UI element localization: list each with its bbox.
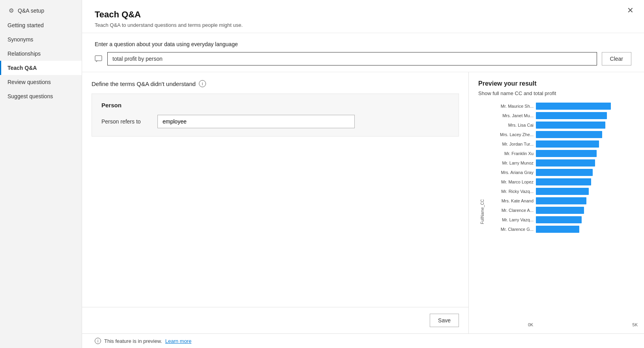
y-axis-label-container: FullName_CC bbox=[478, 103, 486, 321]
sidebar-item-getting-started[interactable]: Getting started bbox=[0, 18, 82, 32]
sidebar-item-suggest-questions[interactable]: Suggest questions bbox=[0, 89, 82, 103]
chart-row: Mr. Ricky Vazq... bbox=[486, 188, 638, 195]
chart-bar-label: Mr. Franklin Xu bbox=[486, 151, 534, 156]
define-title: Define the terms Q&A didn't understand bbox=[92, 80, 196, 87]
chart-row: Mr. Clarence G... bbox=[486, 226, 638, 233]
x-axis-end: 5K bbox=[633, 322, 638, 327]
chart-bar-label: Mr. Jordan Tur... bbox=[486, 142, 534, 146]
content-panels: Define the terms Q&A didn't understand i… bbox=[82, 72, 644, 333]
question-input-wrapper bbox=[107, 52, 597, 65]
clear-button[interactable]: Clear bbox=[602, 52, 631, 65]
chart-bar-label: Mrs. Ariana Gray bbox=[486, 170, 534, 175]
define-section-header: Define the terms Q&A didn't understand i bbox=[82, 72, 468, 94]
footer-info-icon: i bbox=[95, 338, 101, 344]
chart-row: Mrs. Ariana Gray bbox=[486, 169, 638, 176]
sidebar-item-synonyms[interactable]: Synonyms bbox=[0, 32, 82, 47]
app-footer: i This feature is in preview. Learn more bbox=[82, 333, 644, 348]
sidebar-item-teach-qa[interactable]: Teach Q&A bbox=[0, 61, 82, 75]
chart-bar bbox=[536, 178, 591, 185]
chart-bar bbox=[536, 140, 599, 148]
chart-bar bbox=[536, 216, 582, 223]
preview-title: Preview your result bbox=[478, 80, 638, 87]
preview-subtitle: Show full name CC and total profit bbox=[478, 90, 638, 96]
sidebar-item-qa-setup[interactable]: ⚙ Q&A setup bbox=[0, 3, 82, 18]
left-panel: Define the terms Q&A didn't understand i… bbox=[82, 72, 469, 333]
chart-wrapper: FullName_CC Mr. Maurice Sh...Mrs. Janet … bbox=[478, 103, 638, 321]
chart-bar bbox=[536, 150, 597, 157]
chart-row: Mrs. Lacey Zhe... bbox=[486, 131, 638, 138]
sidebar-label-relationships: Relationships bbox=[7, 51, 41, 57]
chart-bar bbox=[536, 159, 595, 167]
sidebar-label-teach-qa: Teach Q&A bbox=[7, 65, 37, 71]
sidebar-item-review-questions[interactable]: Review questions bbox=[0, 75, 82, 89]
chart-bar bbox=[536, 197, 586, 204]
chart-bar bbox=[536, 122, 605, 129]
chat-icon bbox=[95, 55, 103, 63]
chart-row: Mrs. Lisa Cai bbox=[486, 122, 638, 129]
chart-bar-label: Mr. Clarence A... bbox=[486, 208, 534, 213]
sidebar-label-qa-setup: Q&A setup bbox=[18, 7, 44, 14]
question-area: Enter a question about your data using e… bbox=[82, 33, 644, 72]
question-input[interactable] bbox=[107, 52, 597, 65]
main-header: Teach Q&A Teach Q&A to understand questi… bbox=[82, 0, 644, 33]
question-label: Enter a question about your data using e… bbox=[95, 41, 631, 47]
chart-bar bbox=[536, 169, 593, 176]
chart-bar-label: Mrs. Lacey Zhe... bbox=[486, 132, 534, 137]
svg-rect-0 bbox=[95, 56, 102, 61]
chart-bar bbox=[536, 207, 584, 214]
chart-row: Mr. Maurice Sh... bbox=[486, 103, 638, 110]
close-button[interactable]: ✕ bbox=[625, 5, 636, 16]
x-axis-start: 0K bbox=[528, 322, 533, 327]
save-area: Save bbox=[82, 307, 468, 333]
app-container: ⚙ Q&A setup Getting started Synonyms Rel… bbox=[0, 0, 644, 348]
chart-bar bbox=[536, 103, 611, 110]
chart-bar-label: Mrs. Lisa Cai bbox=[486, 123, 534, 127]
term-input[interactable] bbox=[157, 115, 355, 128]
chart-bar bbox=[536, 188, 589, 195]
y-axis-label: FullName_CC bbox=[480, 199, 485, 224]
sidebar-item-relationships[interactable]: Relationships bbox=[0, 47, 82, 61]
sidebar-label-suggest-questions: Suggest questions bbox=[7, 93, 53, 99]
chart-row: Mr. Franklin Xu bbox=[486, 150, 638, 157]
sidebar: ⚙ Q&A setup Getting started Synonyms Rel… bbox=[0, 0, 82, 348]
chart-bar bbox=[536, 131, 602, 138]
main-content: Teach Q&A Teach Q&A to understand questi… bbox=[82, 0, 644, 348]
term-title: Person bbox=[101, 102, 449, 109]
page-subtitle: Teach Q&A to understand questions and te… bbox=[95, 22, 631, 28]
info-icon[interactable]: i bbox=[199, 80, 206, 87]
term-row: Person refers to bbox=[101, 115, 449, 128]
chart-bars-area: Mr. Maurice Sh...Mrs. Janet Mu...Mrs. Li… bbox=[486, 103, 638, 321]
page-title: Teach Q&A bbox=[95, 9, 631, 20]
footer-text: This feature is in preview. bbox=[104, 338, 162, 344]
chart-row: Mr. Jordan Tur... bbox=[486, 140, 638, 148]
sidebar-label-review-questions: Review questions bbox=[7, 79, 51, 85]
chart-bar-label: Mr. Clarence G... bbox=[486, 227, 534, 232]
chart-row: Mrs. Janet Mu... bbox=[486, 112, 638, 119]
save-button[interactable]: Save bbox=[430, 314, 459, 327]
sidebar-label-getting-started: Getting started bbox=[7, 22, 44, 28]
chart-row: Mr. Larry Vazq... bbox=[486, 216, 638, 223]
learn-more-link[interactable]: Learn more bbox=[165, 338, 191, 344]
chart-x-axis: 0K 5K bbox=[478, 321, 638, 327]
term-label: Person refers to bbox=[101, 118, 153, 125]
chart-bar bbox=[536, 226, 579, 233]
chart-bar-label: Mr. Marco Lopez bbox=[486, 180, 534, 184]
right-panel: Preview your result Show full name CC an… bbox=[469, 72, 644, 333]
question-input-row: Clear bbox=[95, 52, 631, 65]
chart-bar bbox=[536, 112, 607, 119]
chart-row: Mrs. Kate Anand bbox=[486, 197, 638, 204]
chart-bar-label: Mr. Maurice Sh... bbox=[486, 104, 534, 109]
chart-row: Mr. Larry Munoz bbox=[486, 159, 638, 167]
chart-bar-label: Mr. Larry Munoz bbox=[486, 161, 534, 165]
terms-section: Person Person refers to bbox=[92, 94, 459, 137]
sidebar-label-synonyms: Synonyms bbox=[7, 36, 33, 43]
chart-row: Mr. Clarence A... bbox=[486, 207, 638, 214]
gear-icon: ⚙ bbox=[7, 7, 15, 14]
chart-bar-label: Mrs. Janet Mu... bbox=[486, 113, 534, 118]
chart-bar-label: Mrs. Kate Anand bbox=[486, 198, 534, 203]
chart-row: Mr. Marco Lopez bbox=[486, 178, 638, 185]
chart-bar-label: Mr. Ricky Vazq... bbox=[486, 189, 534, 194]
chart-bar-label: Mr. Larry Vazq... bbox=[486, 217, 534, 222]
